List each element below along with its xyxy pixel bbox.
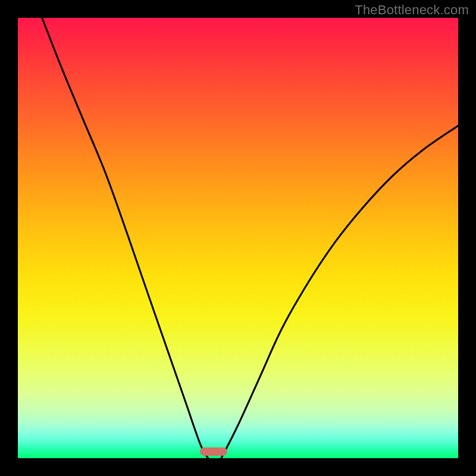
chart-area: [18, 18, 458, 458]
bottleneck-curves: [18, 18, 458, 458]
left-curve: [42, 18, 208, 458]
watermark-text: TheBottleneck.com: [355, 2, 469, 18]
right-curve: [221, 126, 458, 458]
optimal-marker: [200, 447, 227, 456]
